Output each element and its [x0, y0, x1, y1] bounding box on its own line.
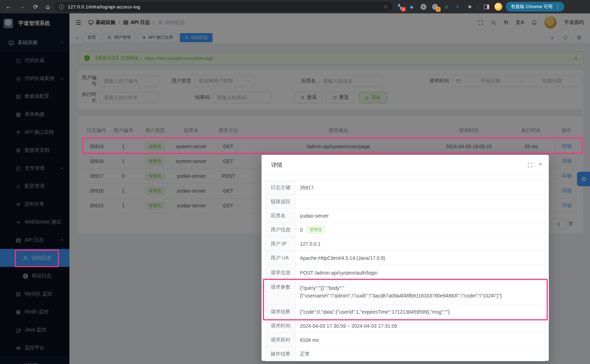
desc-row-user-ip: 用户 IP 127.0.0.1	[266, 237, 545, 251]
desc-row-log-id: 日志主键 35917	[266, 181, 545, 195]
desc-row-user-ua: 用户 UA Apache-HttpClient/4.5.14 (Java/17.…	[266, 251, 545, 265]
extension-icon-6[interactable]: »	[455, 3, 462, 10]
side-panel-icon[interactable]	[483, 3, 490, 10]
browser-back-icon[interactable]: ←	[6, 3, 12, 10]
url-text: 127.0.0.1/infra/log/api-access-log	[68, 4, 140, 10]
modal-fullscreen-icon[interactable]	[527, 162, 533, 168]
browser-toolbar: ← → ⟳ ⌂ i 127.0.0.1/infra/log/api-access…	[0, 0, 590, 13]
desc-row-app: 应用名 yudao-server	[266, 209, 545, 223]
desc-row-request-time: 请求时间 2024-04-03 17:30:59 ~ 2024-04-03 17…	[266, 319, 545, 333]
address-bar[interactable]: i 127.0.0.1/infra/log/api-access-log ☆	[55, 2, 392, 12]
annotation-highlight-sidebar-item	[15, 250, 59, 267]
extension-icon-2[interactable]: ◆	[408, 3, 415, 10]
browser-reload-icon[interactable]: ⟳	[33, 3, 38, 10]
bookmark-star-icon[interactable]: ☆	[383, 4, 388, 10]
browser-profile-avatar[interactable]	[494, 3, 502, 11]
extension-icon-4[interactable]: 6	[431, 3, 438, 10]
desc-row-request-duration: 请求耗时 6104 ms	[266, 333, 545, 347]
user-type-tag: 管理员	[306, 226, 326, 234]
modal-title: 详情	[271, 162, 282, 169]
site-info-icon[interactable]: i	[59, 4, 64, 10]
browser-menu-icon[interactable]: ⋮	[555, 4, 561, 10]
desc-row-user-info: 用户信息 0 管理员	[266, 223, 545, 237]
descriptions-table: 日志主键 35917 链路追踪 应用名 yudao-server 用户信息 0 …	[265, 180, 545, 361]
desc-row-operation-result: 操作结果 正常	[266, 347, 545, 361]
extensions-puzzle-icon[interactable]: ❖	[466, 3, 473, 10]
extension-icon-3[interactable]: ✳	[420, 3, 427, 10]
detail-modal: 详情 × 日志主键 35917 链路追踪 应用名 yudao-server 用户…	[262, 155, 549, 361]
chrome-update-chip[interactable]: 有新版 Chrome 可用 ⋮	[506, 2, 564, 12]
desc-row-trace: 链路追踪	[266, 195, 545, 209]
modal-header: 详情 ×	[262, 155, 549, 175]
extension-icon-1[interactable]: ▚8	[397, 3, 404, 10]
extension-icon-5[interactable]: ✫	[443, 3, 450, 10]
toolbar-divider	[478, 4, 478, 10]
annotation-highlight-table-row	[82, 137, 583, 154]
browser-forward-icon[interactable]: →	[19, 3, 25, 10]
modal-close-icon[interactable]: ×	[539, 161, 542, 168]
browser-home-icon[interactable]: ⌂	[46, 3, 50, 10]
annotation-highlight-modal-rows	[263, 279, 548, 320]
